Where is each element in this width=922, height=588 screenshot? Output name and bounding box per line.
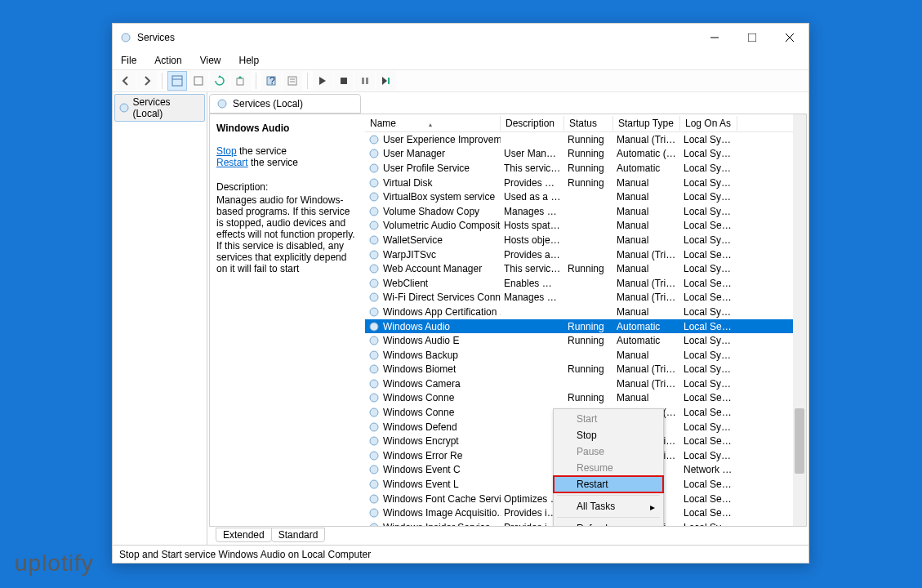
table-row[interactable]: Web Account ManagerThis service ...Runni… [365,261,806,276]
table-row[interactable]: Windows BiometRunningManual (Trig...Loca… [365,363,806,377]
bottom-tabs: Extended Standard [209,527,807,543]
svg-point-36 [370,365,378,373]
sort-arrow-icon: ▴ [429,121,432,128]
svg-point-28 [370,251,378,259]
svg-rect-14 [341,78,347,84]
svg-text:?: ? [269,75,275,87]
menu-item-resume: Resume [554,460,663,476]
svg-rect-2 [748,33,756,42]
col-startup[interactable]: Startup Type [613,116,680,131]
pause-service-button[interactable] [355,71,375,91]
svg-point-32 [370,308,378,316]
menu-action[interactable]: Action [151,53,185,68]
svg-point-35 [370,351,378,359]
svg-point-27 [370,236,378,244]
nav-forward-button[interactable] [137,71,157,91]
col-name[interactable]: Name▴ [365,116,501,131]
stop-service-link-row: Stop the service [216,145,359,157]
titlebar[interactable]: Services [113,24,808,51]
tree-pane: Services (Local) [113,92,207,545]
table-row[interactable]: Windows App Certification ...ManualLocal… [365,305,806,319]
menu-help[interactable]: Help [236,53,263,68]
export-button[interactable] [231,71,251,91]
svg-point-40 [370,423,378,431]
services-window: Services File Action View Help ? [112,23,809,564]
scrollbar-thumb[interactable] [795,408,804,474]
properties-button[interactable] [189,71,208,91]
menu-file[interactable]: File [118,53,140,68]
pane-header: Services (Local) [209,94,361,114]
nav-back-button[interactable] [116,71,136,91]
table-row[interactable]: Wi-Fi Direct Services Conne...Manages co… [365,291,806,305]
svg-point-46 [370,509,378,517]
stop-service-button[interactable] [334,71,354,91]
svg-point-38 [370,394,378,402]
tab-extended[interactable]: Extended [216,528,272,542]
tab-standard[interactable]: Standard [271,528,326,542]
table-row[interactable]: User Experience Improveme...RunningManua… [365,132,806,147]
restart-service-button[interactable] [376,71,396,91]
svg-point-30 [370,279,378,287]
maximize-button[interactable] [733,24,771,51]
menu-item-start: Start [554,411,663,427]
detail-pane: Windows Audio Stop the service Restart t… [210,114,365,526]
table-row[interactable]: Volume Shadow CopyManages an...ManualLoc… [365,204,806,219]
refresh-button[interactable] [210,71,229,91]
svg-point-34 [370,336,378,345]
restart-link[interactable]: Restart [216,157,248,168]
scrollbar[interactable] [793,114,806,526]
restart-service-link-row: Restart the service [216,157,359,168]
svg-rect-8 [237,78,243,85]
table-row[interactable]: WarpJITSvcProvides a JI...Manual (Trig..… [365,247,806,262]
close-button[interactable] [771,24,808,51]
table-row[interactable]: Virtual DiskProvides m...RunningManualLo… [365,176,806,190]
toolbar: ? [113,69,808,92]
menu-item-all-tasks[interactable]: All Tasks▸ [554,498,663,514]
col-logon[interactable]: Log On As [680,116,737,131]
selected-service-name: Windows Audio [216,122,359,134]
table-row[interactable]: WebClientEnables Win...Manual (Trig...Lo… [365,276,806,291]
table-row[interactable]: Windows AudioRunningAutomaticLocal Servi… [365,319,806,334]
svg-point-29 [370,265,378,273]
svg-point-24 [370,193,378,201]
table-row[interactable]: Windows ConneRunningManualLocal Service [365,391,806,406]
svg-point-0 [122,33,130,42]
list-button[interactable] [283,71,302,91]
tree-services-local[interactable]: Services (Local) [114,94,205,122]
table-row[interactable]: Windows Audio ERunningAutomaticLocal Sys… [365,333,806,348]
help-button[interactable]: ? [261,71,281,91]
description-text: Manages audio for Windows-based programs… [216,194,359,274]
svg-point-45 [370,495,378,503]
menu-item-restart[interactable]: Restart [554,476,663,492]
start-service-button[interactable] [313,71,332,91]
table-row[interactable]: WalletServiceHosts objec...ManualLocal S… [365,233,806,247]
pane-header-label: Services (Local) [233,98,303,109]
svg-point-41 [370,437,378,445]
table-row[interactable]: Volumetric Audio Composit...Hosts spatia… [365,219,806,234]
svg-point-21 [370,149,378,158]
description-label: Description: [216,181,359,193]
menu-item-stop[interactable]: Stop [554,427,663,443]
statusbar: Stop and Start service Windows Audio on … [113,545,808,563]
svg-rect-15 [362,78,364,84]
menu-view[interactable]: View [197,53,225,68]
minimize-button[interactable] [696,24,733,51]
stop-link[interactable]: Stop [216,145,237,157]
svg-point-47 [370,523,378,526]
svg-point-20 [370,136,378,144]
svg-rect-11 [288,77,296,85]
col-status[interactable]: Status [564,116,613,131]
table-row[interactable]: User Profile ServiceThis service ...Runn… [365,161,806,176]
svg-rect-16 [366,78,368,84]
menu-item-pause: Pause [554,443,663,460]
table-row[interactable]: Windows BackupManualLocal Syste... [365,348,806,363]
col-description[interactable]: Description [501,116,564,131]
detail-view-button[interactable] [167,71,187,91]
svg-point-19 [218,100,226,108]
table-row[interactable]: VirtualBox system serviceUsed as a C...M… [365,189,806,204]
table-row[interactable]: User ManagerUser Manag...RunningAutomati… [365,147,806,162]
svg-point-33 [370,323,378,331]
status-text: Stop and Start service Windows Audio on … [119,549,371,560]
menu-item-refresh[interactable]: Refresh [554,520,663,527]
table-row[interactable]: Windows CameraManual (Trig...Local Syste… [365,376,806,391]
